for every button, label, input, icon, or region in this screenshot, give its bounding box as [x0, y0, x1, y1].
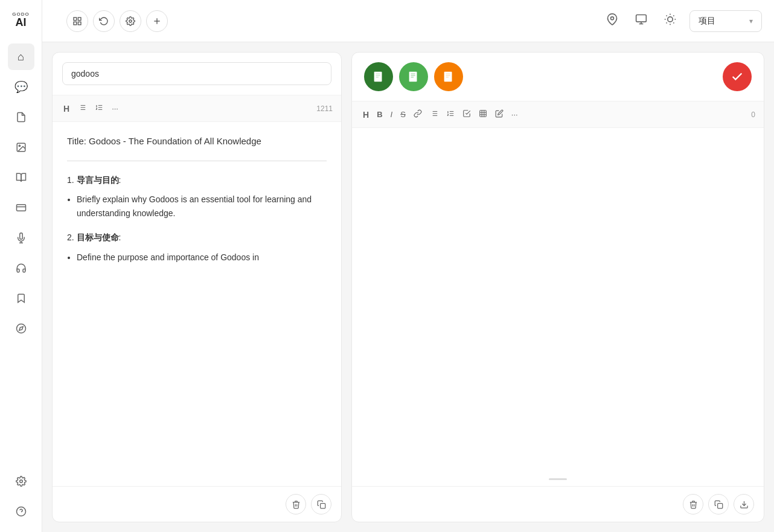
list-item: Define the purpose and importance of God…	[77, 251, 327, 264]
svg-line-26	[673, 22, 674, 23]
search-input[interactable]	[62, 62, 331, 85]
svg-rect-19	[636, 15, 647, 22]
svg-rect-41	[374, 72, 382, 82]
section-1-heading: 导言与目的	[77, 175, 119, 185]
svg-marker-7	[19, 327, 22, 330]
section-1-header: 1. 导言与目的:	[67, 173, 327, 187]
refresh-button[interactable]	[93, 10, 115, 32]
svg-rect-45	[409, 72, 417, 82]
action-button-send[interactable]	[723, 62, 752, 91]
svg-point-15	[129, 20, 132, 22]
more-options-btn-right[interactable]: ···	[509, 108, 520, 121]
sidebar-item-home[interactable]: ⌂	[8, 43, 34, 70]
right-editor-toolbar: H B I S	[352, 101, 764, 128]
right-panel: H B I S	[351, 52, 764, 522]
sidebar-item-card[interactable]	[8, 194, 34, 221]
link-btn-right[interactable]	[411, 107, 424, 121]
svg-rect-49	[444, 72, 452, 82]
project-dropdown[interactable]: 项目 ▾	[689, 10, 762, 32]
section-2-number: 2.	[67, 232, 77, 242]
svg-point-6	[16, 324, 25, 333]
right-panel-footer	[352, 486, 764, 522]
svg-rect-13	[78, 22, 81, 25]
svg-point-18	[611, 17, 614, 20]
section-2-bullets: Define the purpose and importance of God…	[77, 251, 327, 264]
action-button-3[interactable]	[434, 62, 463, 91]
table-btn-right[interactable]	[476, 107, 490, 121]
main-area: 项目 ▾ H ··· 1	[42, 0, 774, 532]
download-button-right[interactable]	[734, 494, 754, 514]
location-icon[interactable]	[603, 10, 622, 32]
delete-button-right[interactable]	[683, 494, 703, 514]
more-options-btn[interactable]: ···	[109, 102, 121, 115]
topbar-left	[54, 10, 168, 32]
action-button-1[interactable]	[364, 62, 393, 91]
list-item: Briefly explain why Godoos is an essenti…	[77, 193, 327, 220]
section-1: 1. 导言与目的: Briefly explain why Godoos is …	[67, 173, 327, 220]
svg-point-8	[19, 480, 22, 483]
app-logo: GODO AI	[9, 7, 33, 31]
document-title: Title: Godoos - The Foundation of All Kn…	[67, 134, 327, 149]
heading-btn-right[interactable]: H	[360, 108, 371, 121]
section-1-bullets: Briefly explain why Godoos is an essenti…	[77, 193, 327, 220]
sidebar-item-settings[interactable]	[8, 468, 34, 495]
add-button[interactable]	[146, 10, 168, 32]
svg-rect-11	[74, 18, 77, 21]
right-editor-content[interactable]	[352, 128, 764, 486]
italic-btn-right[interactable]: I	[388, 108, 395, 121]
delete-button-left[interactable]	[286, 494, 306, 514]
svg-point-22	[668, 17, 673, 22]
theme-toggle-icon[interactable]	[660, 10, 680, 32]
scroll-indicator	[549, 478, 567, 480]
sidebar-item-help[interactable]	[8, 498, 34, 525]
grid-view-button[interactable]	[66, 10, 88, 32]
svg-rect-40	[320, 503, 325, 508]
sidebar-nav: ⌂ 💬	[8, 43, 34, 468]
sidebar-item-book[interactable]	[8, 164, 34, 191]
svg-line-30	[673, 16, 674, 16]
section-1-number: 1.	[67, 175, 77, 185]
left-editor-content: Title: Godoos - The Foundation of All Kn…	[53, 122, 341, 486]
sidebar-item-mic[interactable]	[8, 225, 34, 251]
topbar: 项目 ▾	[42, 0, 774, 42]
numbered-list-btn-right[interactable]	[444, 107, 457, 121]
bullet-list-btn[interactable]	[75, 101, 89, 115]
svg-point-1	[19, 145, 20, 146]
svg-rect-62	[480, 111, 487, 117]
sidebar-item-headphone[interactable]	[8, 255, 34, 281]
left-panel: H ··· 1211 Title: Godoos - The Foundatio…	[52, 52, 342, 522]
svg-rect-67	[717, 503, 722, 508]
right-panel-header	[352, 53, 764, 101]
action-buttons-group	[364, 62, 463, 91]
svg-rect-14	[74, 22, 77, 25]
svg-line-25	[667, 16, 667, 16]
action-button-2[interactable]	[399, 62, 428, 91]
section-1-colon: :	[119, 175, 121, 185]
logo-bottom: AI	[16, 17, 27, 28]
left-editor-toolbar: H ··· 1211	[53, 95, 341, 122]
sidebar-item-chat[interactable]: 💬	[8, 74, 34, 100]
checkbox-btn-right[interactable]	[460, 107, 473, 121]
project-dropdown-label: 项目	[699, 16, 715, 27]
numbered-list-btn[interactable]	[92, 101, 106, 115]
panel-search-area	[53, 53, 341, 95]
bullet-list-btn-right[interactable]	[427, 107, 441, 121]
section-2-heading: 目标与使命	[77, 232, 119, 242]
copy-button-left[interactable]	[311, 494, 331, 514]
layout-icon[interactable]	[632, 10, 651, 32]
settings-button[interactable]	[120, 10, 141, 32]
chevron-down-icon: ▾	[749, 17, 753, 25]
topbar-right: 项目 ▾	[603, 10, 762, 32]
sidebar-bottom	[8, 468, 34, 525]
sidebar-item-bookmark[interactable]	[8, 285, 34, 312]
sidebar-item-image[interactable]	[8, 134, 34, 161]
sidebar-item-document[interactable]	[8, 104, 34, 130]
strikethrough-btn-right[interactable]: S	[398, 108, 408, 121]
sidebar-item-compass[interactable]	[8, 315, 34, 342]
svg-rect-12	[78, 18, 81, 21]
copy-button-right[interactable]	[708, 494, 729, 514]
left-panel-footer	[53, 486, 341, 522]
heading-btn[interactable]: H	[61, 102, 72, 115]
bold-btn-right[interactable]: B	[374, 108, 385, 121]
edit-btn-right[interactable]	[493, 107, 506, 121]
